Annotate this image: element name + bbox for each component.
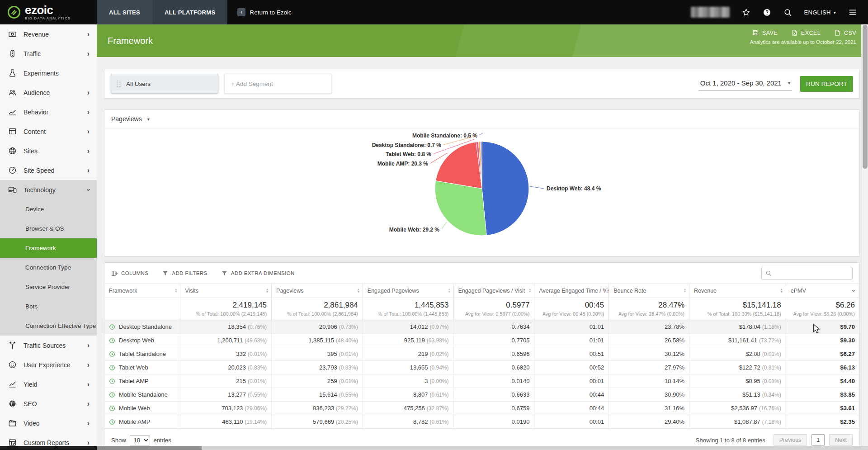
- sort-icon: ▴▾: [448, 289, 450, 293]
- sidebar-item-behavior[interactable]: Behavior›: [0, 102, 97, 122]
- column-header-bounce-rate[interactable]: Bounce Rate▴▾: [609, 284, 689, 298]
- sidebar-subitem-bots[interactable]: Bots: [0, 297, 97, 316]
- ezoic-brand[interactable]: ezoic BIG DATA ANALYTICS: [0, 0, 97, 24]
- sidebar-item-traffic-sources[interactable]: Traffic Sources›: [0, 336, 97, 355]
- sidebar-item-yield[interactable]: Yield›: [0, 374, 97, 394]
- csv-export-button[interactable]: CSV: [834, 29, 856, 36]
- site-speed-icon: [8, 166, 17, 175]
- sidebar-item-sites[interactable]: Sites›: [0, 141, 97, 161]
- chevron-right-icon: ›: [87, 89, 90, 96]
- column-header-average-engaged-time-visit[interactable]: Average Engaged Time / Visit▴▾: [534, 284, 609, 298]
- current-page-button[interactable]: 1: [811, 434, 825, 446]
- cell: 0.7705: [453, 334, 534, 347]
- cell: 00:44: [534, 402, 609, 415]
- horizontal-scrollbar[interactable]: [0, 446, 868, 450]
- sidebar-item-experiments[interactable]: Experiments: [0, 63, 97, 83]
- history-clock-icon: [109, 365, 115, 371]
- cell: 29.40%: [609, 415, 689, 429]
- pie-slice-desktop-web[interactable]: [482, 142, 529, 236]
- cell: $9.30: [786, 334, 859, 347]
- sidebar-item-content[interactable]: Content›: [0, 122, 97, 141]
- cell: 23.78%: [609, 320, 689, 334]
- help-icon[interactable]: [763, 8, 771, 17]
- entries-per-page-select[interactable]: 10: [130, 435, 150, 445]
- tab-all-platforms[interactable]: ALL PLATFORMS: [152, 0, 227, 24]
- table-row-desktop-standalone[interactable]: Desktop Standalone18,354(0.76%)20,906(0.…: [104, 320, 859, 334]
- vertical-scrollbar[interactable]: [861, 24, 868, 446]
- tab-all-sites[interactable]: ALL SITES: [97, 0, 152, 24]
- column-header-epmv[interactable]: ePMV›: [786, 284, 859, 298]
- language-selector[interactable]: ENGLISH ▾: [804, 9, 836, 16]
- chart-metric-selector[interactable]: Pageviews: [111, 115, 142, 123]
- table-row-desktop-web[interactable]: Desktop Web1,200,711(49.63%)1,385,115(48…: [104, 334, 859, 347]
- chevron-right-icon: ›: [87, 147, 90, 155]
- search-icon[interactable]: [783, 8, 792, 17]
- cell: $122.72(0.81%): [689, 361, 786, 374]
- cell: 30.12%: [609, 347, 689, 361]
- table-search-input[interactable]: [774, 270, 849, 277]
- column-header-engaged-pageviews[interactable]: Engaged Pageviews▴▾: [363, 284, 453, 298]
- sidebar-item-traffic[interactable]: Traffic›: [0, 44, 97, 63]
- ezoic-logo-icon: [7, 5, 21, 19]
- sidebar-item-revenue[interactable]: Revenue›: [0, 24, 97, 44]
- return-to-ezoic-link[interactable]: ‹ Return to Ezoic: [227, 0, 301, 24]
- vertical-scrollbar-thumb[interactable]: [863, 25, 868, 169]
- history-clock-icon: [109, 405, 115, 412]
- run-report-button[interactable]: RUN REPORT: [800, 76, 853, 92]
- save-button[interactable]: SAVE: [752, 29, 778, 36]
- excel-export-button[interactable]: EXCEL: [791, 29, 821, 36]
- columns-button[interactable]: COLUMNS: [111, 270, 148, 277]
- favorites-star-icon[interactable]: [742, 8, 750, 17]
- table-row-mobile-standalone[interactable]: Mobile Standalone13,277(0.55%)15,614(0.5…: [104, 388, 859, 402]
- sidebar-item-label: Traffic: [24, 50, 41, 57]
- menu-icon[interactable]: [848, 8, 857, 17]
- sidebar-subitem-framework[interactable]: Framework: [0, 238, 97, 258]
- sidebar-item-label: Custom Reports: [24, 439, 69, 446]
- column-header-revenue[interactable]: Revenue▴▾: [689, 284, 786, 298]
- sidebar-item-video[interactable]: Video›: [0, 413, 97, 433]
- add-filters-button[interactable]: ADD FILTERS: [162, 270, 207, 277]
- topbar-actions: ENGLISH ▾: [691, 0, 868, 24]
- chevron-down-icon[interactable]: ▾: [147, 117, 150, 122]
- sidebar-subitem-device[interactable]: Device: [0, 199, 97, 219]
- table-row-mobile-web[interactable]: Mobile Web703,123(29.06%)836,233(29.22%)…: [104, 402, 859, 415]
- horizontal-scrollbar-thumb[interactable]: [97, 446, 202, 450]
- sidebar-subitem-connection-type[interactable]: Connection Type: [0, 258, 97, 277]
- column-header-engaged-pageviews-visit[interactable]: Engaged Pageviews / Visit▴▾: [453, 284, 534, 298]
- column-header-visits[interactable]: Visits▴▾: [180, 284, 272, 298]
- column-header-framework[interactable]: Framework▴▾: [104, 284, 180, 298]
- segment-chip-all-users[interactable]: All Users: [111, 74, 218, 94]
- cell: $178.04(1.18%): [689, 320, 786, 334]
- framework-name: Mobile AMP: [119, 418, 150, 425]
- sidebar-item-technology[interactable]: Technology›: [0, 180, 97, 199]
- previous-page-button[interactable]: Previous: [774, 434, 807, 446]
- pie-slice-label: Desktop Web: 48.4 %: [547, 185, 601, 192]
- sidebar-item-audience[interactable]: Audience›: [0, 83, 97, 102]
- add-extra-dimension-button[interactable]: ADD EXTRA DIMENSION: [221, 270, 295, 277]
- table-row-tablet-amp[interactable]: Tablet AMP215(0.01%)259(0.01%)3(0.00%)0.…: [104, 374, 859, 388]
- pie-slice-mobile-amp[interactable]: [436, 142, 482, 189]
- content-icon: [8, 127, 17, 136]
- sidebar-subitem-service-provider[interactable]: Service Provider: [0, 277, 97, 297]
- table-row-tablet-standalone[interactable]: Tablet Standalone332(0.01%)395(0.01%)219…: [104, 347, 859, 361]
- user-experience-icon: [8, 360, 17, 369]
- cell: 3(0.00%): [363, 374, 453, 388]
- table-row-tablet-web[interactable]: Tablet Web20,023(0.83%)23,793(0.83%)13,6…: [104, 361, 859, 374]
- audience-icon: [8, 88, 17, 97]
- sidebar-item-user-experience[interactable]: User Experience›: [0, 355, 97, 374]
- platform-tabs: ALL SITESALL PLATFORMS: [97, 0, 227, 24]
- add-segment-button[interactable]: + Add Segment: [224, 74, 332, 94]
- cell: 13,655(0.94%): [363, 361, 453, 374]
- table-row-mobile-amp[interactable]: Mobile AMP463,110(19.14%)579,669(20.25%)…: [104, 415, 859, 429]
- sidebar-item-site-speed[interactable]: Site Speed›: [0, 161, 97, 180]
- sidebar-subitem-browser-os[interactable]: Browser & OS: [0, 219, 97, 238]
- date-range-picker[interactable]: Oct 1, 2020 - Sep 30, 2021 ▾: [698, 77, 792, 91]
- drag-handle-icon[interactable]: [117, 80, 121, 88]
- next-page-button[interactable]: Next: [829, 434, 853, 446]
- sidebar-subitem-connection-effective-type[interactable]: Connection Effective Type: [0, 316, 97, 336]
- sidebar-item-seo[interactable]: SEO›: [0, 394, 97, 413]
- save-label: SAVE: [762, 30, 778, 36]
- column-header-pageviews[interactable]: Pageviews▴▾: [272, 284, 363, 298]
- sidebar-item-label: Content: [24, 128, 46, 135]
- cell: 30.90%: [609, 388, 689, 402]
